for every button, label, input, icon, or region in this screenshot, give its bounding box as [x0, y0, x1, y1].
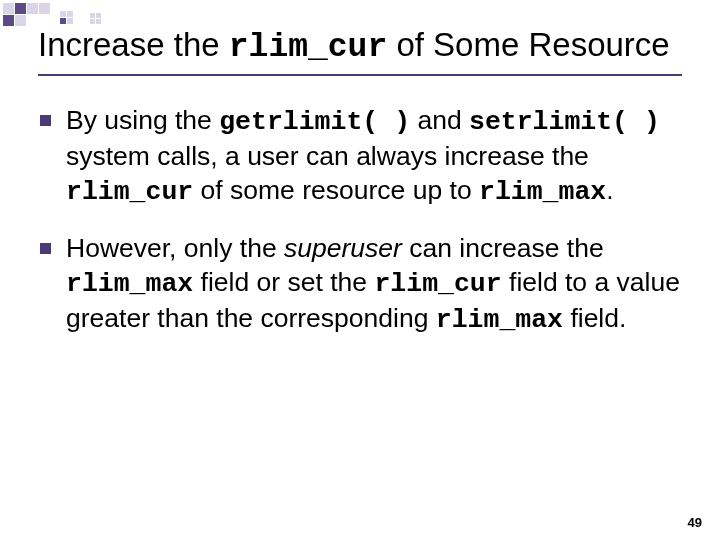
deco-square — [3, 15, 14, 26]
decorative-squares — [0, 0, 140, 26]
code: rlim_max — [66, 269, 193, 299]
text: system calls, a user can always increase… — [66, 141, 589, 171]
text: field or set the — [193, 267, 374, 297]
text: field. — [563, 303, 626, 333]
code: rlim_cur — [374, 269, 501, 299]
slide-title: Increase the rlim_cur of Some Resource — [38, 24, 682, 76]
deco-square — [67, 11, 73, 17]
title-part-1: Increase the — [38, 26, 229, 63]
bullet-item: However, only the superuser can increase… — [38, 232, 682, 338]
text: However, only the — [66, 233, 284, 263]
code: getrlimit( ) — [219, 107, 410, 137]
title-code-1: rlim_cur — [229, 29, 387, 66]
text: can increase the — [402, 233, 604, 263]
deco-square — [60, 18, 66, 24]
deco-square — [90, 19, 95, 24]
page-number: 49 — [688, 515, 702, 530]
code: rlim_cur — [66, 177, 193, 207]
bullet-item: By using the getrlimit( ) and setrlimit(… — [38, 104, 682, 210]
deco-square — [60, 11, 66, 17]
deco-square — [96, 19, 101, 24]
slide-content: Increase the rlim_cur of Some Resource B… — [0, 0, 720, 338]
code: rlim_max — [479, 177, 606, 207]
text: . — [606, 175, 613, 205]
deco-square — [96, 13, 101, 18]
deco-square — [15, 3, 26, 14]
bullet-list: By using the getrlimit( ) and setrlimit(… — [38, 104, 682, 337]
emph: superuser — [284, 233, 402, 263]
text: By using the — [66, 105, 219, 135]
code: setrlimit( ) — [469, 107, 660, 137]
deco-square — [67, 18, 73, 24]
deco-square — [39, 3, 50, 14]
deco-square — [90, 13, 95, 18]
text: of some resource up to — [193, 175, 479, 205]
code: rlim_max — [436, 305, 563, 335]
text: and — [410, 105, 469, 135]
deco-square — [15, 15, 26, 26]
deco-square — [27, 3, 38, 14]
deco-square — [3, 3, 14, 14]
title-part-3: of Some Resource — [387, 26, 669, 63]
